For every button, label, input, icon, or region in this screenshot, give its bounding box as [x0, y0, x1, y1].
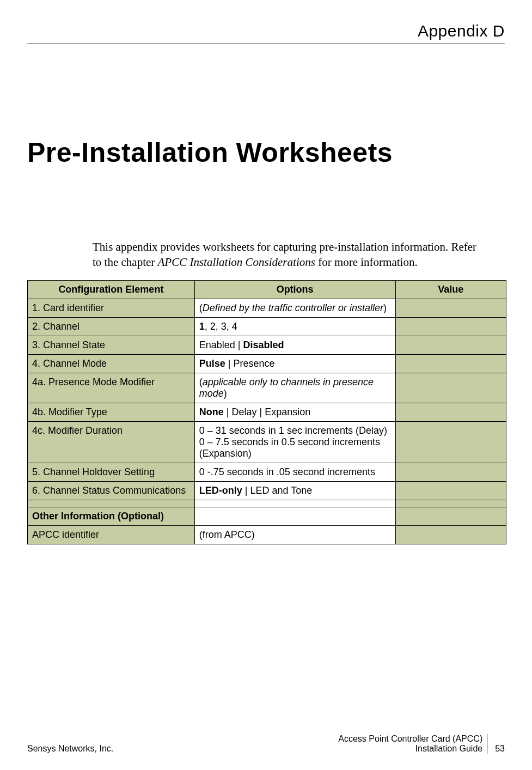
col-header-configuration-element: Configuration Element — [28, 280, 195, 299]
cell-value — [395, 421, 506, 463]
cell-options: 0 – 31 seconds in 1 sec increments (Dela… — [194, 421, 395, 463]
cell-value — [395, 403, 506, 421]
cell-options: (from APCC) — [194, 525, 395, 544]
cell-value — [395, 481, 506, 500]
table-row: 4c. Modifier Duration0 – 31 seconds in 1… — [28, 421, 506, 463]
cell-configuration-element — [28, 500, 195, 507]
table-row: 4b. Modifier TypeNone | Delay | Expansio… — [28, 403, 506, 421]
cell-configuration-element: 1. Card identifier — [28, 299, 195, 317]
page-title: Pre-Installation Worksheets — [27, 137, 505, 168]
footer-doc-title: Access Point Controller Card (APCC) — [338, 734, 482, 744]
footer-doc-subtitle: Installation Guide — [338, 744, 482, 754]
intro-italic-chapter: APCC Installation Considerations — [158, 256, 315, 269]
cell-options: Pulse | Presence — [194, 354, 395, 373]
cell-value — [395, 463, 506, 481]
intro-paragraph: This appendix provides worksheets for ca… — [93, 239, 483, 270]
cell-configuration-element: 2. Channel — [28, 317, 195, 336]
worksheet-table: Configuration Element Options Value 1. C… — [27, 280, 506, 544]
table-header-row: Configuration Element Options Value — [28, 280, 506, 299]
cell-value — [395, 373, 506, 403]
cell-configuration-element: 6. Channel Status Communications — [28, 481, 195, 500]
cell-options: None | Delay | Expansion — [194, 403, 395, 421]
cell-options: LED-only | LED and Tone — [194, 481, 395, 500]
table-row: 4. Channel ModePulse | Presence — [28, 354, 506, 373]
footer-vertical-rule — [487, 734, 487, 754]
cell-value — [395, 500, 506, 507]
cell-value — [395, 317, 506, 336]
table-body: 1. Card identifier(Defined by the traffi… — [28, 299, 506, 544]
cell-options: Enabled | Disabled — [194, 336, 395, 354]
cell-configuration-element: 4a. Presence Mode Modifier — [28, 373, 195, 403]
cell-configuration-element: 4c. Modifier Duration — [28, 421, 195, 463]
cell-value — [395, 336, 506, 354]
document-page: Appendix D Pre-Installation Worksheets T… — [0, 0, 532, 770]
table-row — [28, 500, 506, 507]
cell-value — [395, 507, 506, 525]
footer-right: Access Point Controller Card (APCC) Inst… — [338, 734, 505, 754]
cell-options — [194, 507, 395, 525]
cell-configuration-element: 4b. Modifier Type — [28, 403, 195, 421]
cell-options — [194, 500, 395, 507]
table-row: 3. Channel StateEnabled | Disabled — [28, 336, 506, 354]
table-row: 4a. Presence Mode Modifier(applicable on… — [28, 373, 506, 403]
cell-value — [395, 354, 506, 373]
cell-configuration-element: 5. Channel Holdover Setting — [28, 463, 195, 481]
cell-configuration-element: 4. Channel Mode — [28, 354, 195, 373]
footer-company: Sensys Networks, Inc. — [27, 744, 113, 754]
table-row: 1. Card identifier(Defined by the traffi… — [28, 299, 506, 317]
cell-configuration-element: Other Information (Optional) — [28, 507, 195, 525]
table-row: Other Information (Optional) — [28, 507, 506, 525]
cell-configuration-element: APCC identifier — [28, 525, 195, 544]
cell-options: (applicable only to channels in presence… — [194, 373, 395, 403]
table-row: APCC identifier(from APCC) — [28, 525, 506, 544]
table-row: 5. Channel Holdover Setting0 -.75 second… — [28, 463, 506, 481]
page-header-appendix: Appendix D — [27, 22, 505, 44]
col-header-options: Options — [194, 280, 395, 299]
cell-options: 0 -.75 seconds in .05 second increments — [194, 463, 395, 481]
table-row: 2. Channel1, 2, 3, 4 — [28, 317, 506, 336]
footer-page-number: 53 — [492, 744, 505, 754]
table-row: 6. Channel Status CommunicationsLED-only… — [28, 481, 506, 500]
cell-options: (Defined by the traffic controller or in… — [194, 299, 395, 317]
cell-value — [395, 299, 506, 317]
cell-value — [395, 525, 506, 544]
cell-configuration-element: 3. Channel State — [28, 336, 195, 354]
intro-part2: for more information. — [315, 256, 418, 269]
cell-options: 1, 2, 3, 4 — [194, 317, 395, 336]
col-header-value: Value — [395, 280, 506, 299]
